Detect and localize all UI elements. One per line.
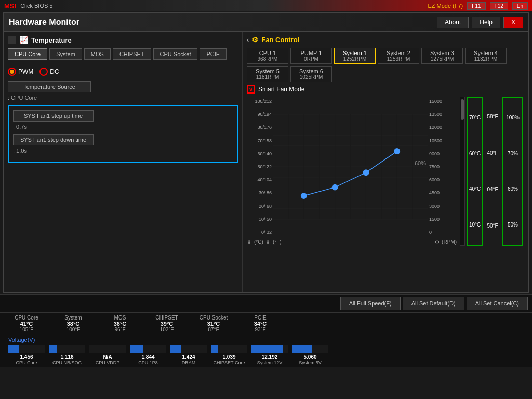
about-button[interactable]: About [437, 17, 469, 28]
window-content: - 📈 Temperature CPU Core System MOS CHIP… [4, 32, 528, 292]
voltage-chipset-core-bar [211, 345, 218, 353]
temp-c-60[interactable]: 60°C [469, 151, 481, 156]
fahrenheit-label: (°F) [273, 239, 282, 245]
close-button[interactable]: X [503, 17, 523, 28]
voltage-dram-bar [170, 345, 181, 353]
lang-button[interactable]: En [512, 2, 528, 10]
pwm-radio-inner [10, 70, 14, 74]
temp-source-button[interactable]: Temperature Source [8, 81, 91, 92]
voltage-cpu-1p8-name: CPU 1P8 [130, 360, 166, 365]
sensor-bar: CPU Core 41°C 105°F System 38°C 100°F MO… [0, 312, 532, 335]
fan-system2[interactable]: System 2 1253RPM [378, 48, 419, 64]
temp-btn-pcie[interactable]: PCIE [200, 48, 227, 60]
expand-temp-button[interactable]: - [8, 36, 16, 44]
voltage-bars: 1.456 CPU Core 1.116 CPU NB/SOC N/A CPU … [8, 345, 524, 365]
temp-btn-system[interactable]: System [49, 48, 82, 60]
voltage-dram: 1.424 DRAM [170, 345, 207, 365]
sensor-cpu-socket-name: CPU Socket [195, 315, 232, 321]
help-button[interactable]: Help [472, 17, 500, 28]
sensor-pcie-f: 93°F [242, 327, 278, 332]
pct-60[interactable]: 60% [504, 186, 521, 192]
pwm-radio[interactable]: PWM [8, 68, 33, 76]
voltage-cpu-vddp-value: N/A [89, 354, 126, 360]
pct-50[interactable]: 50% [504, 222, 521, 228]
voltage-system-12v-name: System 12V [251, 360, 288, 365]
set-default-button[interactable]: All Set Default(D) [403, 297, 464, 310]
fan-system4-name: System 4 [466, 50, 506, 56]
y-axis-temp-labels: 100/212 90/194 80/176 70/158 60/140 50/1… [247, 97, 273, 237]
temperature-label: Temperature [31, 36, 72, 44]
temp-btn-chipset[interactable]: CHIPSET [113, 48, 151, 60]
back-arrow-icon[interactable]: ‹ [247, 36, 249, 44]
voltage-chipset-core-name: CHIPSET Core [211, 360, 247, 365]
dc-label: DC [50, 68, 59, 75]
fan-system3-rpm: 1275RPM [422, 56, 462, 62]
sensor-mos-name: MOS [102, 315, 138, 321]
fan-pump1-rpm: 0RPM [291, 56, 331, 62]
fan-system5[interactable]: System 5 1181RPM [247, 66, 288, 82]
voltage-system-5v-bar-container [292, 345, 328, 353]
f12-button[interactable]: F12 [490, 2, 508, 10]
step-up-button[interactable]: SYS Fan1 step up time [13, 110, 94, 122]
ez-mode-label[interactable]: EZ Mode (F7) [428, 3, 463, 9]
voltage-cpu-core-value: 1.456 [8, 354, 45, 360]
fan-cpu1[interactable]: CPU 1 968RPM [247, 48, 288, 64]
curve-point-2[interactable] [332, 184, 338, 191]
sensor-chipset-f: 102°F [149, 327, 185, 332]
fan-curve-chart[interactable]: 60% [273, 97, 428, 237]
temp-c-10[interactable]: 10°C [469, 222, 481, 228]
fan-system1[interactable]: System 1 1252RPM [334, 48, 376, 64]
temp-c-70[interactable]: 70°C [469, 115, 481, 121]
chart-pct-label: 60% [415, 160, 426, 166]
set-cancel-button[interactable]: All Set Cancel(C) [467, 297, 528, 310]
scroll-indicator [460, 97, 465, 246]
temp-btn-mos[interactable]: MOS [84, 48, 111, 60]
sensor-system: System 38°C 100°F [55, 315, 91, 332]
sensor-chipset-name: CHIPSET [149, 315, 185, 321]
fan-curve-svg[interactable] [273, 97, 428, 237]
f11-button[interactable]: F11 [467, 2, 485, 10]
fan-system3[interactable]: System 3 1275RPM [421, 48, 463, 64]
sensor-mos-c: 36°C [102, 321, 138, 327]
sensor-system-name: System [55, 315, 91, 321]
dc-radio[interactable]: DC [39, 68, 59, 76]
pct-100[interactable]: 100% [504, 115, 521, 121]
temp-icon: 📈 [19, 36, 28, 44]
voltage-cpu-nb-soc-bar [49, 345, 57, 353]
fan-spin-icon: ⚙ [435, 239, 440, 245]
fan-pump1-name: PUMP 1 [291, 50, 331, 56]
sensor-mos-f: 96°F [102, 327, 138, 332]
full-speed-button[interactable]: All Full Speed(F) [340, 297, 401, 310]
fan-system6-rpm: 1025RPM [291, 74, 331, 80]
voltage-cpu-1p8-bar-container [130, 345, 166, 353]
voltage-section: Voltage(V) 1.456 CPU Core 1.116 CPU NB/S… [0, 335, 532, 367]
pct-70[interactable]: 70% [504, 151, 521, 156]
mode-selector: PWM DC [8, 68, 238, 76]
voltage-dram-value: 1.424 [170, 354, 207, 360]
curve-point-4[interactable] [394, 148, 400, 154]
sensor-chipset: CHIPSET 39°C 102°F [149, 315, 185, 332]
temp-btn-cpu-core[interactable]: CPU Core [8, 48, 47, 60]
voltage-system-12v-value: 12.192 [251, 354, 288, 360]
fan-pump1[interactable]: PUMP 1 0RPM [290, 48, 332, 64]
curve-point-1[interactable] [301, 193, 307, 199]
voltage-cpu-nb-soc: 1.116 CPU NB/SOC [49, 345, 85, 365]
step-up-value: : 0.7s [13, 124, 233, 130]
voltage-cpu-1p8-value: 1.844 [130, 354, 166, 360]
right-temp-pct-cols: 70°C 60°C 40°C 10°C 58°F 40°F 04°F 50°F [459, 97, 524, 246]
fan-system2-rpm: 1253RPM [378, 56, 419, 62]
temp-btn-cpu-socket[interactable]: CPU Socket [153, 48, 198, 60]
temp-c-40[interactable]: 40°C [469, 186, 481, 192]
fahrenheit-column: 58°F 40°F 04°F 50°F [485, 97, 500, 246]
sensor-cpu-core: CPU Core 41°C 105°F [8, 315, 45, 332]
step-down-button[interactable]: SYS Fan1 step down time [13, 134, 94, 145]
curve-point-3[interactable] [363, 169, 369, 176]
thermometer-f-icon: 🌡 [265, 239, 271, 245]
voltage-system-5v: 5.060 System 5V [292, 345, 328, 365]
smart-fan-checkbox[interactable]: v [247, 85, 255, 94]
scroll-thumb [461, 99, 464, 120]
sensor-cpu-core-name: CPU Core [8, 315, 45, 321]
fan-system4[interactable]: System 4 1132RPM [465, 48, 507, 64]
fan-system6[interactable]: System 6 1025RPM [290, 66, 332, 82]
voltage-cpu-vddp-bar-container [89, 345, 126, 353]
